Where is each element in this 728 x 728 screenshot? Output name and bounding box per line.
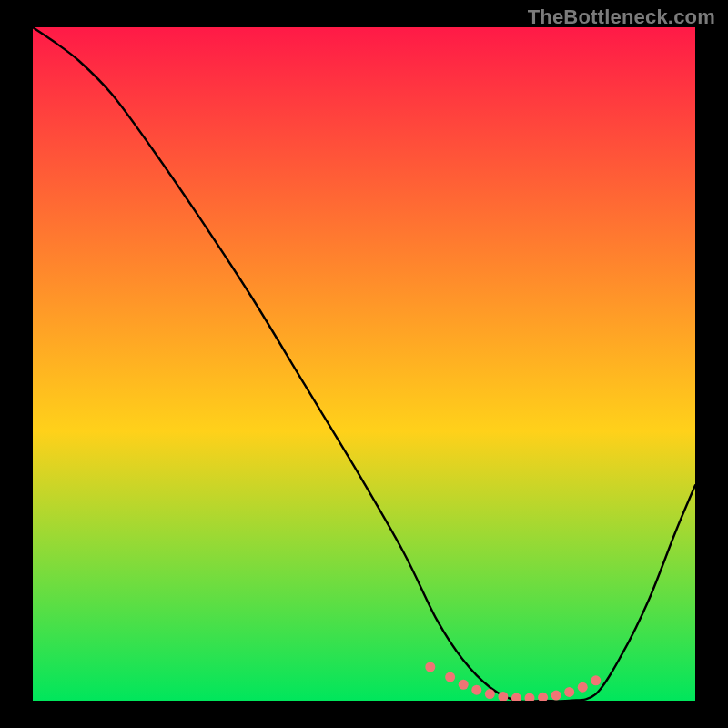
highlight-dot bbox=[445, 672, 455, 682]
highlight-dot bbox=[564, 687, 574, 697]
highlight-dot bbox=[459, 680, 469, 690]
highlight-dot bbox=[425, 662, 435, 672]
highlight-dot bbox=[551, 691, 561, 701]
plot-area bbox=[33, 27, 695, 701]
highlight-dot bbox=[471, 685, 481, 695]
chart-svg bbox=[33, 27, 695, 701]
chart-container: TheBottleneck.com bbox=[0, 0, 728, 728]
watermark-text: TheBottleneck.com bbox=[528, 5, 715, 29]
highlight-dot bbox=[578, 682, 588, 693]
gradient-background bbox=[33, 27, 695, 701]
highlight-dot bbox=[485, 689, 495, 699]
highlight-dot bbox=[591, 675, 601, 685]
